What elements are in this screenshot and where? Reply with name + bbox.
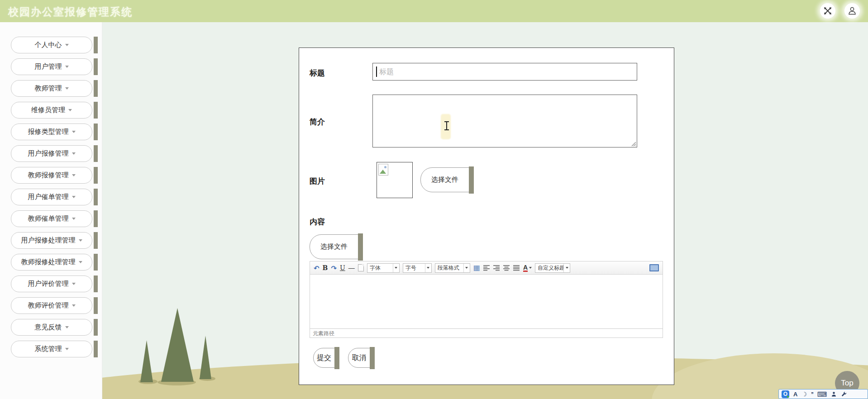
resize-grip-icon[interactable] [631,142,636,147]
sidebar-item-label: 维修员管理 [31,106,65,114]
intro-textarea[interactable] [372,95,637,147]
broken-image-icon [378,164,388,176]
fullscreen-button[interactable] [820,3,835,19]
sidebar-item-label: 教师评价管理 [28,301,69,310]
ime-fullwidth-moon-icon[interactable]: ☽ [801,391,807,397]
cancel-button[interactable]: 取消 [348,348,375,368]
sidebar-item[interactable]: 用户评价管理 [11,276,92,292]
submit-label: 提交 [317,353,336,363]
sidebar-item[interactable]: 报修类型管理 [11,124,92,140]
sidebar-item-label: 用户评价管理 [28,280,69,288]
align-left-icon[interactable] [483,265,490,271]
align-center-icon[interactable] [503,265,510,271]
ime-keyboard-icon[interactable]: ⌨ [817,391,827,398]
ime-logo-icon[interactable]: O [782,390,789,398]
ime-punctuation-icon[interactable]: ’’ [811,391,813,397]
custom-title-select-value: 自定义标题 [535,264,563,272]
chevron-down-icon [72,304,76,307]
sidebar-item[interactable]: 用户报修处理管理 [11,232,92,249]
cancel-label: 取消 [352,353,371,363]
person-icon [847,6,857,16]
user-button[interactable] [844,3,860,19]
font-size-select[interactable]: 字号 [403,263,432,273]
choose-file-label: 选择文件 [431,176,463,184]
sidebar-item[interactable]: 系统管理 [11,341,92,357]
sidebar-item-label: 意见反馈 [35,323,62,332]
sidebar-item-label: 教师催单管理 [28,214,69,223]
sidebar-item-label: 报修类型管理 [28,128,69,136]
sidebar-item-label: 用户报修管理 [28,149,69,158]
select-arrow-icon [463,264,470,272]
content-label: 内容 [310,217,325,227]
chevron-down-icon [65,44,69,46]
font-family-select[interactable]: 字体 [367,263,400,273]
paragraph-format-select[interactable]: 段落格式 [435,263,470,273]
sidebar-item[interactable]: 用户管理 [11,58,92,75]
chevron-down-icon [65,348,69,350]
element-path-label: 元素路径 [313,330,334,337]
sidebar-item[interactable]: 教师评价管理 [11,297,92,314]
sidebar-menu: 个人中心 用户管理 教师管理 维修员管理 [0,37,102,357]
sidebar-item[interactable]: 用户催单管理 [11,189,92,205]
bold-icon[interactable]: B [323,265,328,271]
horizontal-rule-icon[interactable]: — [348,265,355,271]
title-label: 标题 [310,68,325,78]
sidebar-item[interactable]: 个人中心 [11,37,92,53]
ime-language-icon[interactable]: A [793,391,797,397]
title-input[interactable] [372,63,637,81]
chevron-down-icon [65,326,69,328]
sidebar-item[interactable]: 教师催单管理 [11,210,92,227]
header: 校园办公室报修管理系统 [0,0,868,22]
sidebar: 个人中心 用户管理 教师管理 维修员管理 [0,22,102,399]
chevron-down-icon [68,109,72,111]
tree-icon [140,340,153,382]
sidebar-item[interactable]: 教师报修管理 [11,167,92,184]
select-arrow-icon [425,264,431,272]
editor-content[interactable] [310,275,663,328]
align-right-icon[interactable] [493,265,500,271]
sidebar-item-label: 用户报修处理管理 [21,236,76,245]
insert-table-icon[interactable]: ▦ [473,264,480,271]
choose-file-label: 选择文件 [320,242,352,251]
chevron-down-icon [72,174,76,176]
ime-wrench-icon[interactable] [841,391,847,397]
content-choose-file-button[interactable]: 选择文件 [310,234,363,259]
ime-account-icon[interactable] [831,391,837,397]
paragraph-format-select-value: 段落格式 [435,264,463,272]
sidebar-item[interactable]: 教师报修处理管理 [11,254,92,271]
sidebar-item-label: 教师报修管理 [28,171,69,180]
chevron-down-icon [79,261,82,263]
expand-arrows-icon [823,6,832,15]
intro-label: 简介 [310,117,325,127]
image-preview-box [377,162,413,198]
chevron-down-icon [72,152,76,155]
chevron-down-icon [72,196,76,198]
align-justify-icon[interactable] [513,265,520,271]
select-arrow-icon [563,264,570,272]
sidebar-item-label: 个人中心 [35,41,62,49]
paste-icon[interactable] [358,264,364,271]
sidebar-item[interactable]: 教师管理 [11,80,92,97]
font-color-icon[interactable]: A [523,264,528,272]
chevron-down-icon [72,131,76,133]
redo-icon[interactable]: ↷ [331,265,337,271]
add-record-form-panel: 标题 简介 图片 选择文件 内容 选择文件 ↶ B ↷ U [299,48,674,385]
chevron-down-icon [65,66,69,68]
fullscreen-editor-icon[interactable] [649,264,659,271]
sidebar-item-label: 用户管理 [35,62,62,71]
sidebar-item-label: 系统管理 [35,345,62,353]
sidebar-item[interactable]: 维修员管理 [11,102,92,119]
editor-status-bar: 元素路径 [310,328,663,338]
chevron-down-icon [72,218,76,220]
app-title: 校园办公室报修管理系统 [8,5,133,19]
underline-icon[interactable]: U [340,265,345,271]
app-window: 校园办公室报修管理系统 个人中心 [0,0,868,399]
editor-toolbar: ↶ B ↷ U — 字体 字号 段落格式 ▦ [310,261,663,275]
font-color-arrow-icon[interactable] [529,267,532,269]
sidebar-item[interactable]: 意见反馈 [11,319,92,336]
sidebar-item[interactable]: 用户报修管理 [11,145,92,162]
image-choose-file-button[interactable]: 选择文件 [420,167,474,192]
submit-button[interactable]: 提交 [313,348,339,368]
undo-icon[interactable]: ↶ [314,265,320,271]
custom-title-select[interactable]: 自定义标题 [535,263,570,273]
